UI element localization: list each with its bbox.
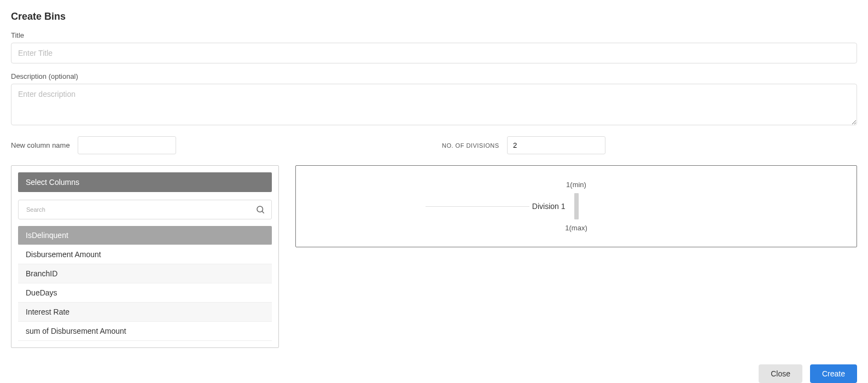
- division-1-label: Division 1: [532, 202, 566, 211]
- page-title: Create Bins: [11, 11, 857, 22]
- division-max-label: 1(max): [565, 224, 587, 232]
- close-button[interactable]: Close: [759, 364, 802, 383]
- select-columns-panel: Select Columns IsDelinquent Disbursement…: [11, 165, 279, 348]
- column-item-interest-rate[interactable]: Interest Rate: [18, 303, 272, 322]
- division-min-label: 1(min): [566, 181, 586, 189]
- search-icon: [255, 205, 265, 214]
- description-input[interactable]: [11, 84, 857, 125]
- title-label: Title: [11, 31, 857, 39]
- description-label: Description (optional): [11, 72, 857, 80]
- svg-point-0: [257, 206, 263, 212]
- division-separator: [426, 206, 529, 207]
- new-column-label: New column name: [11, 141, 70, 149]
- column-list: IsDelinquent Disbursement Amount BranchI…: [18, 226, 272, 341]
- column-item-branchid[interactable]: BranchID: [18, 264, 272, 283]
- new-column-input[interactable]: [78, 136, 176, 154]
- divisions-input[interactable]: [507, 136, 605, 154]
- divisions-label: NO. OF DIVISIONS: [442, 142, 499, 149]
- column-item-isdelinquent[interactable]: IsDelinquent: [18, 226, 272, 245]
- divisions-preview-panel: 1(min) Division 1 1(max): [295, 165, 857, 247]
- column-item-sum-disbursement[interactable]: sum of Disbursement Amount: [18, 322, 272, 341]
- column-item-duedays[interactable]: DueDays: [18, 283, 272, 303]
- select-columns-header: Select Columns: [18, 172, 272, 192]
- title-input[interactable]: [11, 43, 857, 63]
- create-button[interactable]: Create: [810, 364, 857, 383]
- division-bar[interactable]: [574, 193, 579, 219]
- svg-line-1: [262, 211, 264, 213]
- search-input[interactable]: [18, 200, 272, 219]
- column-item-disbursement-amount[interactable]: Disbursement Amount: [18, 245, 272, 264]
